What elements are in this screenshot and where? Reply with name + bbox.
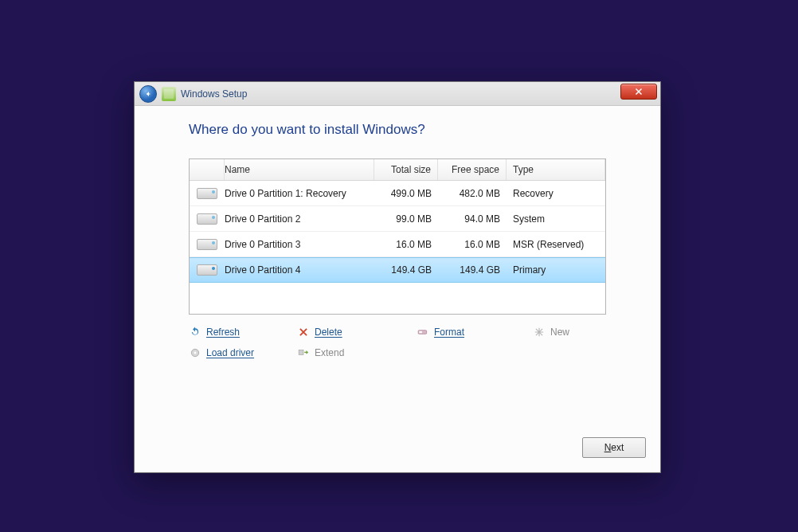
new-icon bbox=[533, 326, 546, 338]
drive-icon bbox=[197, 188, 217, 199]
drive-row[interactable]: Drive 0 Partition 1: Recovery499.0 MB482… bbox=[190, 181, 605, 206]
format-label: Format bbox=[434, 327, 464, 338]
drive-icon bbox=[197, 213, 217, 225]
drive-actions: Refresh Delete Format New bbox=[189, 326, 606, 359]
svg-point-3 bbox=[194, 352, 197, 354]
extend-label: Extend bbox=[315, 347, 344, 358]
content-area: Where do you want to install Windows? Na… bbox=[135, 106, 660, 372]
delete-icon bbox=[297, 326, 310, 338]
drive-type: System bbox=[507, 213, 605, 225]
drive-list-header: Name Total size Free space Type bbox=[190, 159, 605, 181]
drive-free-space: 94.0 MB bbox=[438, 213, 507, 225]
close-icon bbox=[634, 87, 643, 96]
new-action: New bbox=[533, 326, 628, 338]
refresh-action[interactable]: Refresh bbox=[189, 326, 297, 338]
drive-free-space: 149.4 GB bbox=[438, 264, 507, 276]
svg-rect-1 bbox=[419, 331, 422, 333]
drive-row[interactable]: Drive 0 Partition 299.0 MB94.0 MBSystem bbox=[190, 206, 605, 232]
format-icon bbox=[417, 326, 429, 338]
header-icon-spacer bbox=[190, 159, 225, 180]
new-label: New bbox=[550, 327, 569, 338]
header-total-size[interactable]: Total size bbox=[374, 159, 438, 180]
extend-icon bbox=[297, 346, 310, 359]
drive-free-space: 482.0 MB bbox=[438, 188, 507, 199]
drive-row[interactable]: Drive 0 Partition 4149.4 GB149.4 GBPrima… bbox=[190, 257, 605, 283]
refresh-icon bbox=[189, 326, 201, 338]
drive-name: Drive 0 Partition 1: Recovery bbox=[225, 188, 374, 199]
extend-action: Extend bbox=[297, 346, 417, 359]
drive-total-size: 499.0 MB bbox=[374, 188, 438, 199]
delete-action[interactable]: Delete bbox=[297, 326, 417, 338]
back-button[interactable] bbox=[139, 85, 157, 103]
close-button[interactable] bbox=[620, 84, 657, 100]
drive-icon bbox=[197, 264, 217, 276]
drive-total-size: 16.0 MB bbox=[374, 239, 438, 250]
header-name[interactable]: Name bbox=[225, 159, 374, 180]
drive-name: Drive 0 Partition 4 bbox=[225, 264, 374, 276]
drive-type: MSR (Reserved) bbox=[507, 239, 605, 250]
drive-type: Primary bbox=[507, 264, 605, 276]
drive-row[interactable]: Drive 0 Partition 316.0 MB16.0 MBMSR (Re… bbox=[190, 232, 605, 257]
format-action[interactable]: Format bbox=[417, 326, 533, 338]
load-driver-icon bbox=[189, 346, 201, 359]
window-title: Windows Setup bbox=[181, 88, 247, 100]
setup-icon bbox=[162, 87, 176, 101]
drive-icon bbox=[197, 239, 217, 250]
titlebar: Windows Setup bbox=[135, 82, 660, 106]
drive-list: Name Total size Free space Type Drive 0 … bbox=[189, 158, 606, 315]
footer: Next bbox=[582, 437, 646, 458]
header-free-space[interactable]: Free space bbox=[438, 159, 507, 180]
load-driver-action[interactable]: Load driver bbox=[189, 346, 297, 359]
drive-free-space: 16.0 MB bbox=[438, 239, 507, 250]
next-button[interactable]: Next bbox=[582, 437, 646, 458]
drive-name: Drive 0 Partition 3 bbox=[225, 239, 374, 250]
load-driver-label: Load driver bbox=[206, 347, 254, 358]
refresh-label: Refresh bbox=[206, 327, 240, 338]
back-arrow-icon bbox=[143, 89, 153, 99]
svg-rect-4 bbox=[299, 350, 303, 355]
drive-type: Recovery bbox=[507, 188, 605, 199]
drive-total-size: 149.4 GB bbox=[374, 264, 438, 276]
drive-total-size: 99.0 MB bbox=[374, 213, 438, 225]
next-rest: ext bbox=[611, 442, 624, 453]
header-type[interactable]: Type bbox=[507, 159, 605, 180]
delete-label: Delete bbox=[315, 327, 342, 338]
drive-rows: Drive 0 Partition 1: Recovery499.0 MB482… bbox=[190, 181, 605, 283]
page-heading: Where do you want to install Windows? bbox=[189, 122, 606, 138]
windows-setup-window: Windows Setup Where do you want to insta… bbox=[134, 81, 661, 473]
drive-name: Drive 0 Partition 2 bbox=[225, 213, 374, 225]
